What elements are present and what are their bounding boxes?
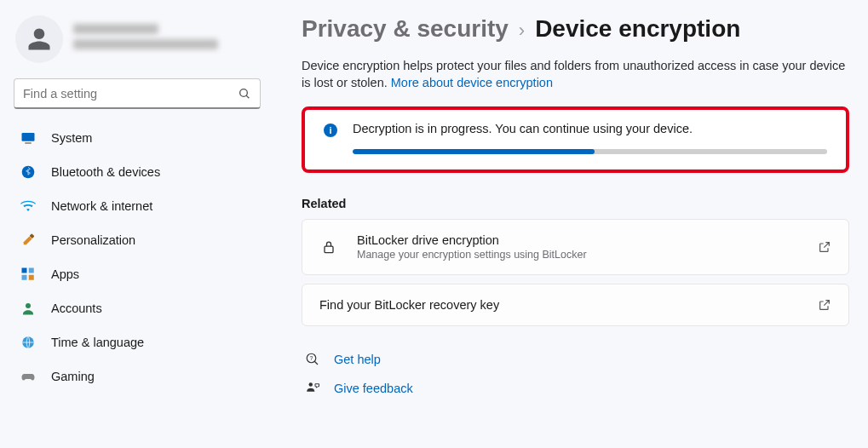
search-input[interactable] — [14, 78, 261, 109]
give-feedback-link[interactable]: Give feedback — [302, 374, 849, 403]
search-icon — [238, 87, 251, 101]
bluetooth-icon — [20, 164, 36, 180]
footer-links: ? Get help Give feedback — [302, 345, 849, 403]
person-icon — [20, 301, 36, 316]
breadcrumb-parent[interactable]: Privacy & security — [302, 15, 509, 43]
breadcrumb: Privacy & security › Device encryption — [302, 15, 849, 43]
help-icon: ? — [305, 352, 320, 367]
link-label: Get help — [334, 353, 381, 366]
search-field[interactable] — [23, 87, 238, 101]
svg-rect-9 — [29, 275, 34, 280]
apps-icon — [20, 267, 36, 282]
open-external-icon — [818, 240, 831, 254]
card-subtitle: Manage your encryption settings using Bi… — [357, 249, 799, 261]
svg-point-15 — [309, 382, 313, 387]
get-help-link[interactable]: ? Get help — [302, 345, 849, 374]
lock-drive-icon — [319, 238, 338, 256]
sidebar-item-accounts[interactable]: Accounts — [12, 291, 267, 325]
sidebar-item-label: Accounts — [51, 302, 102, 315]
status-alert: i Decryption is in progress. You can con… — [302, 106, 849, 173]
svg-rect-3 — [25, 142, 32, 144]
profile-section[interactable] — [12, 10, 267, 77]
link-label: Give feedback — [334, 382, 413, 395]
svg-text:?: ? — [310, 355, 313, 361]
sidebar-item-time-language[interactable]: Time & language — [12, 325, 267, 359]
sidebar-item-label: Gaming — [51, 370, 95, 383]
sidebar-item-bluetooth[interactable]: Bluetooth & devices — [12, 155, 267, 189]
page-title: Device encryption — [535, 15, 740, 43]
sidebar-item-network[interactable]: Network & internet — [12, 189, 267, 223]
svg-rect-12 — [325, 246, 333, 253]
sidebar-item-label: Personalization — [51, 233, 135, 247]
sidebar-item-gaming[interactable]: Gaming — [12, 359, 267, 393]
page-description: Device encryption helps protect your fil… — [302, 58, 847, 91]
sidebar-item-label: Bluetooth & devices — [51, 165, 160, 179]
sidebar-item-system[interactable]: System — [12, 121, 267, 155]
feedback-icon — [305, 381, 320, 396]
card-title: BitLocker drive encryption — [357, 233, 799, 247]
alert-text: Decryption is in progress. You can conti… — [353, 122, 827, 135]
display-icon — [20, 130, 36, 146]
svg-rect-7 — [29, 268, 34, 273]
svg-rect-2 — [22, 133, 35, 141]
card-recovery-key[interactable]: Find your BitLocker recovery key — [302, 284, 849, 326]
progress-fill — [353, 149, 595, 154]
sidebar-item-label: Apps — [51, 267, 79, 281]
sidebar: System Bluetooth & devices Network & int… — [0, 0, 273, 448]
main-content: Privacy & security › Device encryption D… — [273, 0, 868, 448]
sidebar-item-personalization[interactable]: Personalization — [12, 223, 267, 257]
svg-rect-6 — [22, 268, 27, 273]
card-bitlocker-encryption[interactable]: BitLocker drive encryption Manage your e… — [302, 219, 849, 275]
more-about-link[interactable]: More about device encryption — [391, 76, 553, 89]
wifi-icon — [20, 198, 36, 214]
svg-rect-8 — [22, 275, 27, 280]
sidebar-item-label: Time & language — [51, 336, 144, 349]
card-title: Find your BitLocker recovery key — [319, 298, 799, 312]
sidebar-item-label: Network & internet — [51, 199, 152, 213]
svg-line-1 — [246, 95, 249, 98]
info-icon: i — [324, 123, 337, 137]
progress-bar — [353, 149, 827, 154]
gamepad-icon — [20, 369, 36, 384]
sidebar-item-apps[interactable]: Apps — [12, 257, 267, 291]
person-icon — [26, 26, 52, 52]
open-external-icon — [818, 298, 831, 312]
globe-icon — [20, 335, 36, 350]
paintbrush-icon — [20, 233, 36, 248]
svg-point-0 — [240, 89, 248, 96]
avatar — [15, 15, 63, 63]
sidebar-item-label: System — [51, 131, 92, 145]
profile-text — [73, 24, 218, 55]
chevron-right-icon: › — [519, 20, 525, 42]
nav-list: System Bluetooth & devices Network & int… — [12, 121, 267, 393]
related-label: Related — [302, 197, 849, 210]
svg-point-10 — [26, 303, 31, 308]
